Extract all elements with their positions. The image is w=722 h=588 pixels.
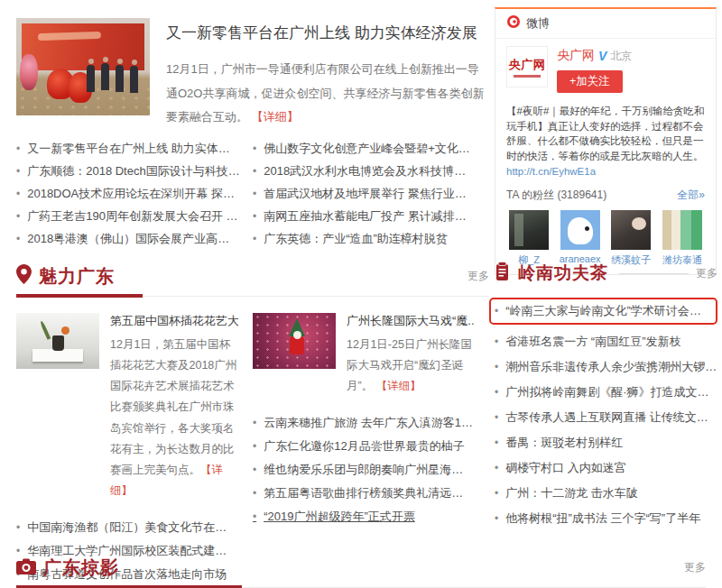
top-news-lists: 又一新零售平台在广州上线 助力实体经济发展 广东顺德：2018 Dtech国际设… — [16, 137, 489, 250]
weibo-profile: 央广网 央广网 V 北京 +加关注 — [495, 39, 716, 98]
weibo-post: 【#夜听#｜最好的年纪，千万别输给贪吃和玩手机】真正让人变好的选择，过程都不会舒… — [495, 98, 716, 186]
more-link[interactable]: 更多 — [696, 266, 717, 281]
news-link[interactable]: 碉楼守村口 入内如迷宫 — [495, 455, 717, 481]
account-location: 北京 — [610, 49, 632, 64]
news-link[interactable]: 第五届粤语歌曲排行榜颁奖典礼清远落幕 — [253, 482, 475, 505]
weibo-post-text: 【#夜听#｜最好的年纪，千万别输给贪吃和玩手机】真正让人变好的选择，过程都不会舒… — [506, 106, 705, 161]
featured-story: 又一新零售平台在广州上线 助力实体经济发展 12月1日，广州市一导通便利店有限公… — [16, 18, 487, 130]
fans-bar: TA 的粉丝 (3189641) 全部» — [495, 186, 716, 205]
section-title: 岭南功夫茶 — [518, 262, 608, 285]
news-link[interactable]: 佛山数字文化创意产业峰会暨碧+文化产业园... — [253, 137, 477, 160]
photo-shape — [61, 326, 69, 335]
card-title[interactable]: 第五届中国杯插花花艺大... — [110, 313, 238, 329]
photo-shape — [32, 349, 83, 362]
fan-avatar[interactable] — [560, 210, 600, 250]
news-link[interactable]: 2018DOA技术应用论坛在深圳开幕 探讨工业... — [16, 182, 240, 205]
top-news-list-right: 佛山数字文化创意产业峰会暨碧+文化产业园... 2018武汉水利水电博览会及水科… — [253, 137, 489, 250]
all-fans-link[interactable]: 全部» — [677, 188, 705, 203]
section-lingnan-kungfu-tea: 岭南功夫茶 更多 “岭南三大家与岭南文化”学术研讨会在穗举行 省港班名震一方 “… — [495, 262, 717, 531]
ikebana-photo[interactable] — [16, 313, 99, 369]
news-link[interactable]: 2018武汉水利水电博览会及水科技博览会开幕 — [253, 160, 477, 182]
news-link[interactable]: 广东英德：产业“造血”助连樟村脱贫 — [253, 227, 477, 250]
charming-guangdong-columns: 第五届中国杯插花花艺大... 12月1日，第五届中国杯插花花艺大赛及2018广州… — [16, 313, 489, 588]
news-link[interactable]: 中国南海渔都（阳江）美食文化节在阳江开幕 — [16, 516, 238, 539]
news-link[interactable]: 他将树根“扭”成书法 三个字“写”了半年 — [495, 506, 717, 531]
news-link[interactable]: 广东顺德：2018 Dtech国际设计与科技大会1... — [16, 160, 240, 182]
news-link[interactable]: 广州拟将岭南舞剧《醒·狮》打造成文化IP — [495, 380, 717, 405]
fan-avatar[interactable] — [611, 210, 651, 250]
news-link-highlighted[interactable]: “岭南三大家与岭南文化”学术研讨会在穗举行 — [489, 298, 717, 325]
fans-count-label: TA 的粉丝 (3189641) — [506, 188, 606, 203]
news-link-hovered[interactable]: “2019广州超级跨年”正式开票 — [253, 505, 475, 528]
fan-avatar[interactable] — [509, 210, 549, 250]
featured-title[interactable]: 又一新零售平台在广州上线 助力实体经济发展 — [166, 23, 487, 43]
news-link[interactable]: 南网五座抽水蓄能电厂投产 累计减排逾3千万吨 — [253, 205, 477, 227]
fan-item[interactable]: araneaex — [558, 210, 603, 267]
news-link[interactable]: 广东仁化邀你12月品尝世界最贵的柚子 — [253, 435, 475, 458]
photo-shape — [52, 335, 64, 351]
news-link[interactable]: 维也纳爱乐乐团与郎朗奏响广州星海音乐厅20... — [253, 458, 475, 482]
photo-shape — [20, 54, 38, 90]
card-summary: 12月1日，第五届中国杯插花花艺大赛及2018广州国际花卉艺术展插花艺术比赛颁奖… — [110, 335, 238, 501]
news-link[interactable]: 古琴传承人遇上互联网直播 让传统文化“音传... — [495, 405, 717, 430]
weibo-post-link[interactable]: http://t.cn/EyhwE1a — [506, 166, 596, 177]
news-link[interactable]: 省港班名震一方 “南国红豆”发新枝 — [495, 329, 717, 354]
card-text-block: 广州长隆国际大马戏“魔... 12月1日-25日广州长隆国际大马戏开启“魔幻圣诞… — [347, 313, 475, 397]
news-link[interactable]: 云南来穗推广旅游 去年广东入滇游客1762多... — [253, 411, 475, 435]
photo-shape — [40, 320, 51, 340]
news-link[interactable]: 又一新零售平台在广州上线 助力实体经济发展 — [16, 137, 240, 160]
account-avatar[interactable]: 央广网 — [506, 46, 548, 87]
lingnan-news-list: “岭南三大家与岭南文化”学术研讨会在穗举行 省港班名震一方 “南国红豆”发新枝 … — [495, 298, 717, 531]
photo-shape — [101, 63, 109, 90]
more-link[interactable]: 更多 — [684, 560, 706, 575]
photo-shape — [22, 23, 144, 70]
fan-item[interactable]: 潍坊泰通 — [660, 210, 705, 267]
circus-photo[interactable] — [253, 313, 336, 369]
section-divider — [16, 296, 489, 297]
follow-button[interactable]: +加关注 — [557, 70, 623, 93]
section-title: 魅力广东 — [39, 264, 115, 289]
photo-shape — [130, 66, 138, 93]
news-link[interactable]: 潮州音乐非遗传承人余少萤携潮州大锣鼓亮相... — [495, 354, 717, 380]
charming-list-right: 云南来穗推广旅游 去年广东入滇游客1762多... 广东仁化邀你12月品尝世界最… — [253, 411, 475, 528]
card-text-block: 第五届中国杯插花花艺大... 12月1日，第五届中国杯插花花艺大赛及2018广州… — [110, 313, 238, 501]
card-detail-link[interactable]: 【详细】 — [376, 380, 421, 392]
card-title[interactable]: 广州长隆国际大马戏“魔... — [347, 313, 475, 329]
news-link[interactable]: 首届武汉地材及地坪展举行 聚焦行业发展新... — [253, 182, 477, 205]
section-header: 广东掠影 更多 — [16, 556, 706, 580]
card-summary: 12月1日-25日广州长隆国际大马戏开启“魔幻圣诞月”。 【详细】 — [347, 335, 475, 397]
fan-item[interactable]: 柳_Z — [506, 210, 551, 267]
charming-column-right: 广州长隆国际大马戏“魔... 12月1日-25日广州长隆国际大马戏开启“魔幻圣诞… — [253, 313, 489, 588]
charming-column-left: 第五届中国杯插花花艺大... 12月1日，第五届中国杯插花花艺大赛及2018广州… — [16, 313, 253, 588]
photo-shape — [568, 217, 593, 244]
scroll-icon — [495, 262, 511, 285]
top-news-list-left: 又一新零售平台在广州上线 助力实体经济发展 广东顺德：2018 Dtech国际设… — [16, 137, 253, 250]
fan-avatar[interactable] — [662, 210, 702, 250]
camera-icon — [16, 558, 36, 578]
avatar-logo-underline — [514, 75, 541, 78]
account-name-row: 央广网 V 北京 — [557, 48, 632, 64]
photo-shape — [293, 331, 301, 339]
card-summary-text: 12月1日，第五届中国杯插花花艺大赛及2018广州国际花卉艺术展插花艺术比赛颁奖… — [110, 338, 236, 476]
news-card[interactable]: 广州长隆国际大马戏“魔... 12月1日-25日广州长隆国际大马戏开启“魔幻圣诞… — [253, 313, 475, 397]
weibo-widget: 微博 央广网 央广网 V 北京 +加关注 【#夜听#｜最好的年纪，千万别输给贪吃… — [495, 7, 717, 275]
section-divider — [619, 273, 689, 274]
featured-summary: 12月1日，广州市一导通便利店有限公司在线上创新推出一导通O2O共享商城，促进众… — [166, 58, 487, 130]
news-link[interactable]: 广药王老吉190周年创新发展大会召开 目标打... — [16, 205, 240, 227]
more-link[interactable]: 更多 — [467, 269, 489, 284]
location-pin-icon — [16, 263, 32, 289]
section-header: 魅力广东 更多 — [16, 263, 489, 289]
news-link[interactable]: 番禺：斑驳老村别样红 — [495, 430, 717, 455]
account-info: 央广网 V 北京 +加关注 — [557, 46, 632, 93]
news-link[interactable]: 广州：十二游龙 击水车陂 — [495, 481, 717, 506]
news-card[interactable]: 第五届中国杯插花花艺大... 12月1日，第五届中国杯插花花艺大赛及2018广州… — [16, 313, 238, 501]
featured-summary-text: 12月1日，广州市一导通便利店有限公司在线上创新推出一导通O2O共享商城，促进众… — [166, 62, 484, 124]
featured-detail-link[interactable]: 【详细】 — [252, 110, 299, 124]
news-link[interactable]: 2018粤港澳（佛山）国际会展产业高峰论坛... — [16, 227, 240, 250]
photo-shape — [87, 65, 95, 92]
weibo-brand-label[interactable]: 微博 — [526, 15, 550, 32]
fan-item[interactable]: 绣溪蚊子 — [608, 210, 653, 267]
featured-photo[interactable] — [16, 18, 150, 115]
account-name[interactable]: 央广网 — [557, 48, 595, 64]
photo-shape — [290, 336, 304, 354]
